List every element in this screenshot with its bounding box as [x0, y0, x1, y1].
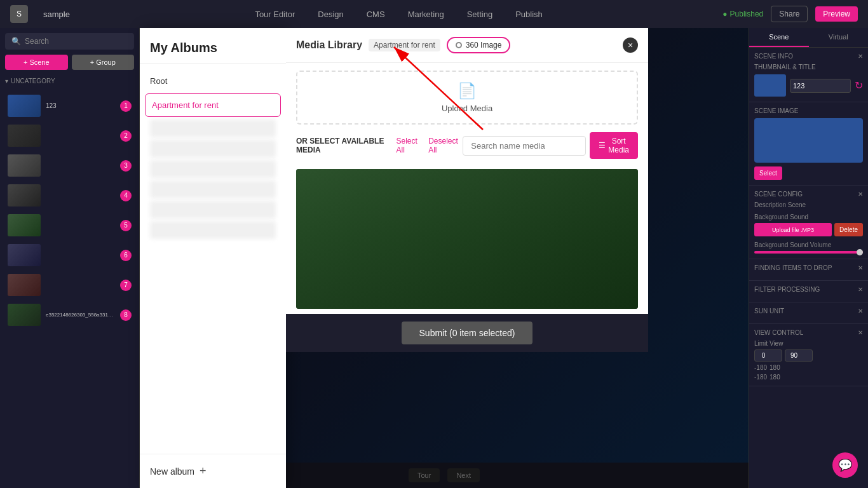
pan-max: 180 — [770, 374, 780, 381]
scene-info-title: SCENE INFO ✕ — [754, 53, 863, 60]
app-logo: S — [10, 5, 28, 23]
scene-image-section: Scene Image Select — [749, 102, 868, 186]
scene-number: 7 — [120, 280, 132, 291]
media-image[interactable] — [296, 169, 638, 309]
nav-setting[interactable]: Setting — [462, 7, 498, 22]
description-label: Description Scene — [754, 201, 863, 208]
nav-publish[interactable]: Publish — [510, 7, 548, 22]
volume-section: Background Sound Volume — [754, 241, 863, 254]
album-item-blurred — [150, 221, 276, 239]
nav-right-actions: ● Published Share Preview — [722, 6, 858, 22]
tilt-max: 180 — [770, 364, 780, 371]
nav-marketing[interactable]: Marketing — [403, 7, 449, 22]
tilt-pan-values: -180 180 — [754, 364, 863, 371]
submit-button[interactable]: Submit (0 item selected) — [402, 322, 533, 344]
media-library-title: Media Library — [296, 39, 362, 51]
filter-processing-title: FILTER PROCESSING ✕ — [754, 286, 863, 293]
right-sidebar: Scene Virtual SCENE INFO ✕ Thumbnail & T… — [749, 28, 868, 488]
scene-image-preview — [754, 118, 863, 163]
nav-cms[interactable]: CMS — [362, 7, 390, 22]
albums-title: My Albums — [150, 41, 276, 55]
scene-number: 4 — [120, 190, 132, 201]
sun-unit-title: SUN UNIT ✕ — [754, 308, 863, 315]
upload-label: Upload Media — [442, 104, 492, 113]
nav-tour-editor[interactable]: Tour Editor — [250, 7, 300, 22]
scene-thumbnail — [8, 274, 41, 296]
preview-button[interactable]: Preview — [815, 6, 858, 22]
close-button[interactable]: × — [623, 37, 638, 53]
select-links: Select All Deselect All — [397, 137, 463, 154]
scene-thumbnail — [8, 244, 41, 266]
view-control-section: VIEW CONTROL ✕ Limit View -180 180 -180 … — [749, 324, 868, 386]
scene-number: 3 — [120, 160, 132, 172]
limit-min-input[interactable] — [754, 349, 782, 362]
nav-items: Tour Editor Design CMS Marketing Setting… — [90, 7, 707, 22]
refresh-icon[interactable]: ↻ — [855, 79, 863, 92]
nav-design[interactable]: Design — [313, 7, 348, 22]
thumb-title-input[interactable] — [790, 79, 851, 93]
albums-header: My Albums — [140, 28, 286, 64]
search-sort-row: ☰ Sort Media — [463, 132, 638, 159]
scene-number: 8 — [120, 309, 132, 321]
thumb-preview — [754, 74, 786, 97]
scene-thumbnail — [8, 214, 41, 236]
scene-item[interactable]: 4 — [5, 182, 134, 209]
limit-max-input[interactable] — [785, 349, 813, 362]
add-scene-button[interactable]: + Scene — [5, 55, 68, 70]
select-media-label: OR SELECT AVAILABLE MEDIA — [296, 137, 397, 154]
sun-unit-section: SUN UNIT ✕ — [749, 302, 868, 324]
search-icon: 🔍 — [11, 37, 21, 46]
scene-name: e3522148626303_558a331e1+ — [46, 312, 115, 318]
upload-mp3-button[interactable]: Upload file .MP3 — [754, 223, 832, 236]
scene-image-title: Scene Image — [754, 107, 863, 114]
album-item-blurred — [150, 160, 276, 178]
scene-item[interactable]: 5 — [5, 212, 134, 239]
thumb-title-area: ↻ — [754, 74, 863, 97]
search-media-input[interactable] — [463, 136, 586, 156]
bg-sound-label: Background Sound — [754, 214, 863, 220]
finding-items-section: FINDING ITEMS TO DROP ✕ — [749, 259, 868, 281]
select-image-button[interactable]: Select — [754, 166, 782, 180]
scene-info-section: SCENE INFO ✕ Thumbnail & Title ↻ — [749, 48, 868, 102]
albums-list: Root Apartment for rent — [140, 64, 286, 454]
tab-virtual[interactable]: Virtual — [809, 28, 869, 47]
sort-media-button[interactable]: ☰ Sort Media — [590, 132, 638, 159]
delete-sound-button[interactable]: Delete — [834, 223, 863, 236]
submit-row: Submit (0 item selected) — [286, 314, 648, 352]
scene-number: 2 — [120, 130, 132, 142]
scene-number: 6 — [120, 250, 132, 261]
deselect-all-link[interactable]: Deselect All — [428, 137, 463, 154]
scene-item[interactable]: e3522148626303_558a331e1+ 8 — [5, 301, 134, 329]
select-all-link[interactable]: Select All — [397, 137, 424, 154]
add-group-button[interactable]: + Group — [72, 55, 135, 70]
scene-item[interactable]: 3 — [5, 152, 134, 179]
scene-item[interactable]: 7 — [5, 271, 134, 299]
volume-slider[interactable] — [754, 251, 863, 254]
view-control-title: VIEW CONTROL ✕ — [754, 329, 863, 336]
image-type-tag[interactable]: 360 Image — [447, 37, 511, 53]
scene-item[interactable]: 123 1 — [5, 92, 134, 119]
album-tag: Apartment for rent — [369, 39, 440, 51]
search-bar[interactable]: 🔍 Search — [5, 33, 134, 50]
pan-values: -180 180 — [754, 374, 863, 381]
bg-sound-buttons: Upload file .MP3 Delete — [754, 223, 863, 236]
scene-item[interactable]: 6 — [5, 241, 134, 269]
scene-number: 5 — [120, 220, 132, 231]
album-item-active[interactable]: Apartment for rent — [145, 93, 281, 117]
tab-scene[interactable]: Scene — [749, 28, 809, 47]
album-item-root[interactable]: Root — [140, 69, 286, 93]
scene-thumbnail — [8, 154, 41, 177]
media-grid — [286, 164, 648, 314]
new-album-button[interactable]: New album + — [150, 464, 276, 478]
pan-min: -180 — [754, 374, 767, 381]
scene-thumbnail — [8, 184, 41, 207]
scene-item[interactable]: 2 — [5, 122, 134, 149]
chat-bubble[interactable]: 💬 — [832, 452, 858, 478]
upload-area[interactable]: 📄 Upload Media — [296, 71, 638, 125]
share-button[interactable]: Share — [771, 6, 808, 22]
new-album-label: New album — [150, 466, 194, 477]
section-label: ▾ UNCATEGORY — [5, 75, 134, 87]
published-status: ● Published — [722, 10, 763, 18]
album-item-blurred — [150, 201, 276, 219]
media-library-header: Media Library Apartment for rent 360 Ima… — [286, 28, 648, 63]
